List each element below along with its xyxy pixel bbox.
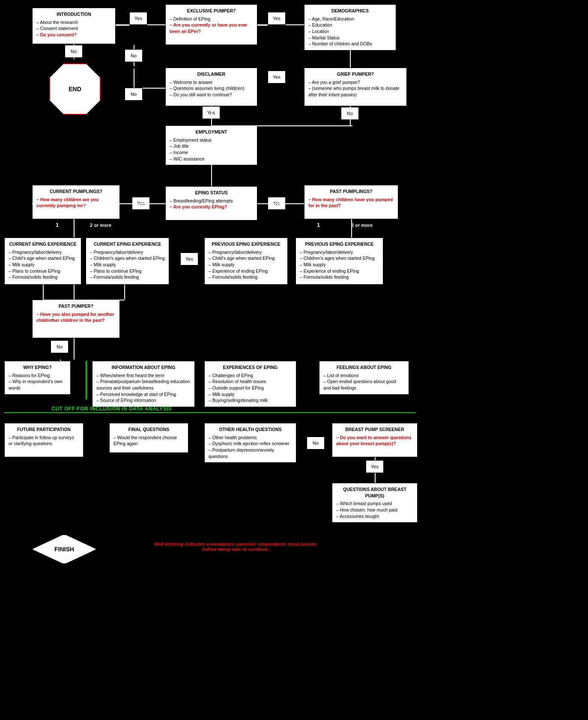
past-pumplings-box: PAST PUMPLINGS? How many children have y… — [304, 185, 398, 219]
intro-red: Do you consent? — [36, 32, 111, 38]
past-pumplings-title: PAST PUMPLINGS? — [308, 188, 394, 195]
ep-red: Are you currently or have you ever been … — [170, 22, 253, 34]
intro-item-2: Consent statement — [36, 25, 111, 32]
feelings-eping-box: FEELINGS ABOUT EPING List of emotions Op… — [319, 361, 409, 395]
eping-status-box: EPING STATUS Breastfeeding/EPing attempt… — [165, 186, 257, 220]
final-questions-box: FINAL QUESTIONS Would the respondent cho… — [109, 423, 188, 453]
yes-label-5: Yes — [180, 253, 198, 265]
no-label-intro: No — [65, 45, 83, 58]
prev-eping-1-title: PREVIOUS EPING EXPERIENCE — [209, 241, 284, 247]
qbp-title: QUESTIONS ABOUT BREAST PUMP(S) — [336, 486, 413, 499]
demographics-title: DEMOGRAPHICS — [308, 8, 392, 14]
disclaimer-box: DISCLAIMER Welcome to answer Questions a… — [165, 68, 257, 106]
num-2plus-current: 2 or more — [90, 223, 111, 228]
current-pumplings-box: CURRENT PUMPLINGS? How many children are… — [32, 185, 120, 219]
flowchart: INTRODUCTION About the research Consent … — [0, 0, 588, 720]
experiences-eping-box: EXPERIENCES OF EPING Challenges of EPing… — [204, 361, 296, 407]
no-label-ep: No — [125, 49, 143, 62]
introduction-box: INTRODUCTION About the research Consent … — [32, 8, 116, 44]
yes-label-2: Yes — [268, 12, 286, 25]
future-participation-box: FUTURE PARTICIPATION Participate in foll… — [4, 423, 84, 457]
grief-pumper-title: GRIEF PUMPER? — [308, 71, 403, 77]
current-eping-2-box: CURRENT EPING EXPERIENCE Pregnancy/labor… — [86, 238, 169, 285]
disclaimer-title: DISCLAIMER — [170, 71, 253, 77]
exclusive-pumper-box: EXCLUSIVE PUMPER? Definition of EPing Ar… — [165, 4, 257, 45]
breast-pump-screener-box: BREAST PUMP SCREENER Do you want to answ… — [332, 423, 418, 457]
cur-eping-2-title: CURRENT EPING EXPERIENCE — [90, 241, 165, 247]
questions-breast-pump-box: QUESTIONS ABOUT BREAST PUMP(S) Which bre… — [332, 483, 418, 523]
past-pumper-title: PAST PUMPER? — [36, 303, 116, 309]
breast-pump-screener-title: BREAST PUMP SCREENER — [336, 426, 413, 433]
no-label-2: No — [125, 88, 143, 101]
num-1-current: 1 — [56, 222, 59, 228]
current-eping-1-box: CURRENT EPING EXPERIENCE Pregnancy/labor… — [4, 238, 81, 285]
final-questions-title: FINAL QUESTIONS — [113, 426, 184, 433]
end-shape: END — [49, 63, 101, 115]
other-health-title: OTHER HEALTH QUESTIONS — [209, 426, 292, 433]
num-2plus-past: 2 or more — [351, 223, 373, 228]
past-pumper-red: Have you also pumped for another child/o… — [36, 311, 116, 324]
finish-shape: FINISH — [32, 534, 96, 564]
future-participation-title: FUTURE PARTICIPATION — [9, 426, 79, 433]
employment-title: EMPLOYMENT — [170, 129, 253, 135]
yes-label-1: Yes — [129, 12, 147, 25]
cur-eping-1-title: CURRENT EPING EXPERIENCE — [9, 241, 77, 247]
no-label-health: No — [307, 437, 325, 449]
eping-status-title: EPING STATUS — [170, 190, 253, 196]
introduction-title: INTRODUCTION — [36, 11, 111, 18]
info-eping-box: INFORMATION ABOUT EPING When/where first… — [92, 361, 195, 407]
employment-box: EMPLOYMENT Employment status Job title I… — [165, 125, 257, 165]
feelings-eping-title: FEELINGS ABOUT EPING — [323, 364, 405, 371]
breast-pump-screener-red: Do you want to answer questions about yo… — [336, 434, 413, 447]
prev-eping-2-title: PREVIOUS EPING EXPERIENCE — [300, 241, 379, 247]
past-pumplings-red: How many children have you pumped for in… — [308, 196, 394, 209]
experiences-eping-title: EXPERIENCES OF EPING — [209, 364, 292, 371]
why-eping-title: WHY EPING? — [9, 364, 66, 371]
exclusive-pumper-title: EXCLUSIVE PUMPER? — [170, 8, 253, 14]
previous-eping-1-box: PREVIOUS EPING EXPERIENCE Pregnancy/labo… — [204, 238, 288, 285]
grief-pumper-box: GRIEF PUMPER? Are you a grief pumper? (s… — [304, 68, 407, 106]
cutoff-text: CUT OFF FOR INCLUSION IN DATA ANALYSIS — [51, 406, 172, 412]
past-pumper-box: PAST PUMPER? Have you also pumped for an… — [32, 300, 120, 338]
current-pumplings-red: How many children are you currently pump… — [36, 196, 116, 209]
no-label-past-pumper: No — [51, 340, 69, 353]
intro-item-1: About the research — [36, 19, 111, 26]
ep-item-1: Definition of EPing — [170, 16, 253, 22]
eping-status-red: Are you currently EPing? — [170, 204, 253, 210]
why-eping-box: WHY EPING? Reasons for EPing Why in resp… — [4, 361, 71, 395]
other-health-box: OTHER HEALTH QUESTIONS Other health prob… — [204, 423, 296, 463]
red-disclaimer: Red lettering indicates a mandatory ques… — [150, 541, 321, 552]
demographics-box: DEMOGRAPHICS Age, Race/Education Educati… — [304, 4, 396, 51]
yes-label-bps: Yes — [366, 460, 384, 473]
num-1-past: 1 — [317, 222, 320, 228]
yes-label-3: Yes — [268, 71, 286, 83]
previous-eping-2-box: PREVIOUS EPING EXPERIENCE Pregnancy/labo… — [295, 238, 383, 285]
info-eping-title: INFORMATION ABOUT EPING — [96, 364, 191, 371]
current-pumplings-title: CURRENT PUMPLINGS? — [36, 188, 116, 195]
